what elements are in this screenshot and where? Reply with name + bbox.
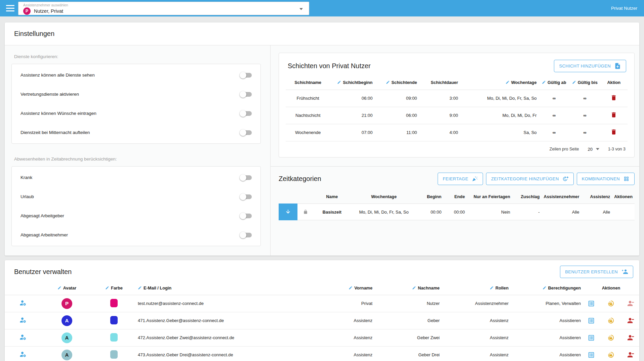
user-avatar[interactable]: A xyxy=(62,350,72,360)
create-user-button[interactable]: BENUTZER ERSTELLEN xyxy=(560,266,633,278)
users-table: Avatar Farbe E-Mail / Login Vorname Nach… xyxy=(5,281,639,361)
valid-to-infinity[interactable]: ∞ xyxy=(569,107,600,124)
user-permissions[interactable]: Assistieren xyxy=(511,312,583,329)
reset-password-button[interactable] xyxy=(607,300,615,307)
valid-from-infinity[interactable]: ∞ xyxy=(539,124,570,141)
user-settings-button[interactable] xyxy=(19,333,27,341)
user-row: A 472.Assistenz.Geber Zwei@assistenz-con… xyxy=(5,329,639,346)
user-email[interactable]: 472.Assistenz.Geber Zwei@assistenz-conne… xyxy=(136,329,307,346)
delete-shift-button[interactable] xyxy=(610,129,617,135)
delete-shift-button[interactable] xyxy=(610,111,617,118)
user-settings-button[interactable] xyxy=(19,299,27,307)
user-settings-button[interactable] xyxy=(19,350,27,358)
user-details-button[interactable] xyxy=(588,317,595,324)
users-header-row: Avatar Farbe E-Mail / Login Vorname Nach… xyxy=(5,281,639,295)
toggle-cancelled-employee[interactable] xyxy=(240,232,252,238)
user-roles[interactable]: Assistenznehmer xyxy=(442,295,511,312)
shift-days[interactable]: Mo, Di, Mi, Do, Fr xyxy=(460,107,539,124)
person-plus-icon xyxy=(621,268,628,275)
assistenznehmer-select[interactable]: Assistenznehmer auswählen P Nutzer, Priv… xyxy=(18,2,309,15)
shift-begin[interactable]: 21:00 xyxy=(330,107,374,124)
valid-to-infinity[interactable]: ∞ xyxy=(569,90,600,107)
user-first-name[interactable]: Assistenz xyxy=(307,346,374,361)
user-details-button[interactable] xyxy=(588,300,595,307)
user-first-name[interactable]: Assistenz xyxy=(307,329,374,346)
user-email[interactable]: 473.Assistenz.Geber Drei@assistenz-conne… xyxy=(136,346,307,361)
user-email[interactable]: test.nutzer@assistenz-connect.de xyxy=(136,295,307,312)
user-first-name[interactable]: Assistenz xyxy=(307,312,374,329)
shift-days[interactable]: Mo, Di, Mi, Do, Fr, Sa, So xyxy=(460,90,539,107)
delete-shift-button[interactable] xyxy=(610,94,617,101)
shift-days[interactable]: Sa, So xyxy=(460,124,539,141)
add-shift-button[interactable]: SCHICHT HINZUFÜGEN xyxy=(554,60,626,72)
toggle-all-services-visible[interactable] xyxy=(240,72,252,79)
user-last-name[interactable]: Nutzer xyxy=(374,295,442,312)
edit-icon xyxy=(542,80,546,84)
user-color-chip[interactable] xyxy=(110,333,118,342)
rows-per-page-select[interactable]: 20 xyxy=(588,147,599,152)
edit-icon xyxy=(57,286,62,290)
add-time-category-button[interactable]: ZEITKATEGORIE HINZUFÜGEN xyxy=(486,173,573,185)
edit-icon xyxy=(542,286,547,290)
user-first-name[interactable]: Privat xyxy=(307,295,374,312)
user-color-chip[interactable] xyxy=(110,299,118,307)
remove-user-button[interactable] xyxy=(627,351,635,359)
settings-card: Einstellungen Dienste konfigurieren: Ass… xyxy=(5,22,639,256)
user-last-name[interactable]: Geber xyxy=(374,312,442,329)
expand-row-button[interactable] xyxy=(279,204,297,220)
user-color-chip[interactable] xyxy=(110,316,118,324)
reset-password-button[interactable] xyxy=(607,334,615,342)
select-avatar: P xyxy=(23,7,31,15)
user-roles[interactable]: Assistenz xyxy=(442,346,511,361)
toggle-split-midnight[interactable] xyxy=(240,129,252,136)
menu-icon[interactable] xyxy=(3,2,16,15)
user-row: A 473.Assistenz.Geber Drei@assistenz-con… xyxy=(5,346,639,361)
combinations-button[interactable]: KOMBINATIONEN xyxy=(577,173,635,185)
user-email[interactable]: 471.Assistenz.Geber@assistenz-connect.de xyxy=(136,312,307,329)
shift-end[interactable]: 11:00 xyxy=(374,124,419,141)
valid-from-infinity[interactable]: ∞ xyxy=(539,90,570,107)
remove-user-button[interactable] xyxy=(627,317,635,324)
toggle-substitute-services[interactable] xyxy=(240,91,252,98)
toggle-cancelled-employer[interactable] xyxy=(240,213,252,219)
lock-reset-icon xyxy=(607,317,615,324)
valid-to-infinity[interactable]: ∞ xyxy=(569,124,600,141)
toggle-vacation[interactable] xyxy=(240,193,252,200)
edit-icon xyxy=(349,286,353,290)
remove-user-button[interactable] xyxy=(627,334,635,342)
toggle-sick[interactable] xyxy=(240,174,252,181)
shifts-title: Schichten von Privat Nutzer xyxy=(288,62,371,70)
shift-end[interactable]: 09:00 xyxy=(374,90,419,107)
user-color-chip[interactable] xyxy=(110,350,118,359)
reset-password-button[interactable] xyxy=(607,351,615,359)
user-last-name[interactable]: Geber Drei xyxy=(374,346,442,361)
user-permissions[interactable]: Assistieren xyxy=(511,346,583,361)
user-avatar[interactable]: A xyxy=(62,315,72,326)
valid-from-infinity[interactable]: ∞ xyxy=(539,107,570,124)
user-avatar[interactable]: A xyxy=(62,332,72,343)
user-permissions[interactable]: Assistieren xyxy=(511,329,583,346)
toggle-wishes[interactable] xyxy=(240,110,252,117)
shift-name[interactable]: Frühschicht xyxy=(286,90,330,107)
shift-end[interactable]: 06:00 xyxy=(374,107,419,124)
toggle-row: Abgesagt Arbeitnehmer xyxy=(21,225,252,244)
user-details-button[interactable] xyxy=(588,351,595,359)
shift-begin[interactable]: 07:00 xyxy=(330,124,374,141)
shift-duration: 4:00 xyxy=(419,124,460,141)
user-last-name[interactable]: Geber Zwei xyxy=(374,329,442,346)
user-permissions[interactable]: Planen, Verwalten xyxy=(511,295,583,312)
shift-begin[interactable]: 06:00 xyxy=(330,90,374,107)
user-roles[interactable]: Assistenz xyxy=(442,312,511,329)
user-settings-button[interactable] xyxy=(19,316,27,324)
shift-name[interactable]: Nachtschicht xyxy=(286,107,330,124)
reset-password-button[interactable] xyxy=(607,317,615,324)
holidays-button[interactable]: FEIERTAGE xyxy=(438,173,483,185)
shift-name[interactable]: Wochenende xyxy=(286,124,330,141)
remove-user-button[interactable] xyxy=(627,300,635,307)
user-avatar[interactable]: P xyxy=(62,298,72,309)
user-roles[interactable]: Assistenz xyxy=(442,329,511,346)
list-icon xyxy=(588,317,595,324)
lock-reset-icon xyxy=(607,300,615,307)
user-details-button[interactable] xyxy=(588,334,595,342)
current-user-label: Privat Nutzer xyxy=(611,6,637,11)
